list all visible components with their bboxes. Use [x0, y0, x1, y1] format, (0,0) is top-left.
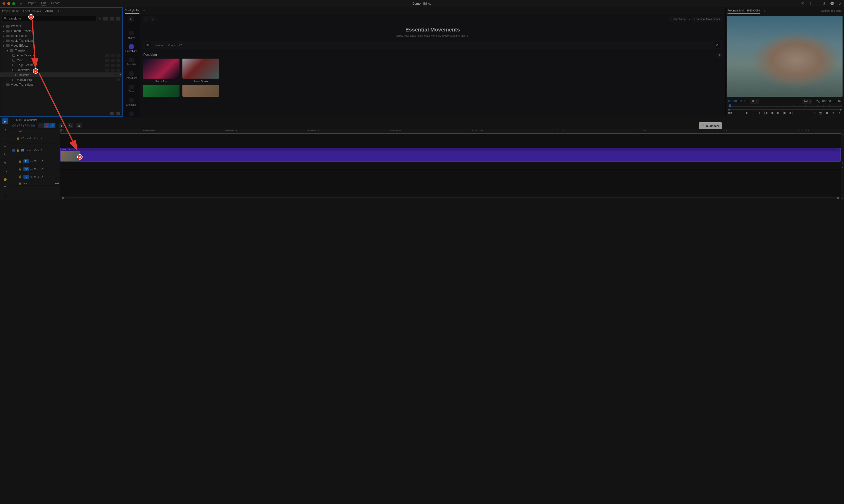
- tl-captions-icon[interactable]: cc: [76, 123, 82, 128]
- timeline-zoom-handle-right[interactable]: [837, 197, 839, 199]
- tl-nest-toggle[interactable]: ⬚: [38, 123, 44, 128]
- step-back-icon[interactable]: ◀|: [770, 111, 774, 115]
- mix-collapse-icon[interactable]: ▶◀: [55, 182, 59, 184]
- solo-icon[interactable]: S: [37, 176, 39, 178]
- add-marker-icon[interactable]: ◆: [745, 111, 749, 115]
- go-to-in-icon[interactable]: |◀: [764, 111, 768, 115]
- quick-export-icon[interactable]: ⇱: [802, 2, 805, 6]
- mix-value[interactable]: 0.0: [29, 182, 32, 184]
- tool-selection[interactable]: ▶: [2, 119, 8, 124]
- track-eye-icon[interactable]: 👁: [29, 137, 32, 140]
- plugin-tab[interactable]: Spotlight FX: [125, 7, 139, 14]
- clear-search-icon[interactable]: ×: [99, 17, 101, 20]
- zoom-track[interactable]: [730, 109, 840, 110]
- sequence-tab[interactable]: Main_1920x1080: [16, 118, 37, 121]
- tree-folder-transform[interactable]: ▾Transform: [0, 48, 122, 53]
- program-timecode-in[interactable]: 00:00:00:00: [728, 100, 747, 103]
- track-v-zoom-handle[interactable]: [842, 133, 843, 135]
- track-toggle-icon[interactable]: ▭: [30, 176, 33, 178]
- voice-icon[interactable]: 🎤: [40, 160, 43, 163]
- timeline-zoom-handle-left[interactable]: [62, 197, 64, 199]
- tl-linked-toggle[interactable]: 🔗: [50, 123, 55, 128]
- tree-folder-videotrans[interactable]: ▸Video Transitions: [0, 82, 122, 87]
- track-lane-v3[interactable]: [60, 133, 841, 138]
- tree-effect-crop[interactable]: Crop: [0, 58, 122, 63]
- program-monitor-viewport[interactable]: [727, 16, 843, 97]
- tree-folder-audiotrans[interactable]: ▸Audio Transitions: [0, 38, 122, 43]
- mute-icon[interactable]: M: [34, 168, 36, 170]
- comparison-icon[interactable]: ▣: [825, 111, 829, 115]
- marker-dropdown-icon[interactable]: ▦▾: [728, 111, 732, 115]
- timeline-playhead-tc[interactable]: 00:00:00:00: [12, 124, 35, 128]
- workspace-menu-icon[interactable]: ≡: [816, 2, 818, 6]
- tool-hand[interactable]: ✋: [2, 177, 8, 182]
- lock-icon[interactable]: 🔒: [16, 137, 20, 140]
- preset-type-icon[interactable]: [116, 17, 120, 20]
- plugin-filter-position[interactable]: Position: [155, 44, 164, 47]
- breadcrumb-item[interactable]: Collections: [669, 17, 687, 21]
- track-toggle-icon[interactable]: ▭: [30, 160, 33, 163]
- window-minimize-icon[interactable]: [7, 2, 10, 5]
- plugin-preset-card[interactable]: [182, 85, 219, 97]
- track-toggle-icon[interactable]: ▭: [30, 168, 33, 170]
- home-icon[interactable]: ⌂: [20, 2, 22, 6]
- track-target-a1[interactable]: A1: [23, 159, 29, 163]
- delete-icon[interactable]: [117, 112, 120, 115]
- tl-snap-toggle[interactable]: 🧲: [44, 123, 50, 128]
- timeline-clip[interactable]: Video 01 fx: [60, 148, 841, 162]
- track-v-zoom-handle[interactable]: [842, 197, 843, 199]
- plugin-filter-zoom[interactable]: Zoom: [168, 44, 175, 47]
- program-tab[interactable]: Program: Main_1920x1080: [727, 7, 760, 14]
- export-frame-icon[interactable]: 📷: [819, 111, 823, 115]
- track-eye-icon[interactable]: 👁: [29, 149, 32, 152]
- tab-effects[interactable]: Effects: [45, 8, 53, 14]
- tool-slip[interactable]: ⇆: [2, 151, 8, 158]
- track-lane-a1[interactable]: [60, 162, 841, 169]
- panel-menu-icon[interactable]: ≡: [58, 8, 59, 14]
- workspace-tab-export[interactable]: Export: [51, 1, 59, 6]
- track-target-a2[interactable]: A2: [23, 167, 29, 171]
- lock-icon[interactable]: 🔒: [19, 160, 22, 163]
- track-lane-a3[interactable]: [60, 177, 841, 185]
- share-icon[interactable]: ⇪: [809, 2, 812, 6]
- fullscreen-icon[interactable]: ⤢: [839, 2, 842, 6]
- plugin-nav-texts[interactable]: Texts: [123, 82, 140, 95]
- plugin-forward-icon[interactable]: ›: [150, 16, 156, 22]
- program-zoom-select[interactable]: Fit: [750, 99, 758, 104]
- plugin-filter-more[interactable]: +2: [179, 44, 182, 47]
- tool-razor[interactable]: ✂: [2, 143, 8, 149]
- new-bin-icon[interactable]: [110, 112, 113, 115]
- window-close-icon[interactable]: [2, 2, 5, 5]
- track-lane-a2[interactable]: [60, 169, 841, 177]
- track-v-zoom-handle[interactable]: [842, 166, 843, 168]
- tree-effect-auto-reframe[interactable]: Auto Reframe: [0, 53, 122, 58]
- tool-rectangle[interactable]: ▭: [2, 168, 8, 174]
- tab-effect-controls[interactable]: Effect Controls: [23, 8, 41, 14]
- tool-ripple[interactable]: ↔: [2, 135, 8, 141]
- track-label[interactable]: V3: [19, 130, 21, 132]
- workspace-tab-import[interactable]: Import: [28, 1, 36, 6]
- track-lane-v2[interactable]: [60, 138, 841, 148]
- tree-effect-edge-feather[interactable]: Edge Feather: [0, 63, 122, 68]
- go-to-out-icon[interactable]: ▶|: [789, 111, 793, 115]
- mark-out-icon[interactable]: }: [758, 111, 761, 115]
- plugin-customize-button[interactable]: ⚡ Customize: [699, 122, 722, 129]
- tl-marker-icon[interactable]: ◆: [59, 123, 64, 128]
- lock-icon[interactable]: 🔒: [19, 167, 22, 170]
- track-target-v2[interactable]: V2: [21, 137, 24, 140]
- zoom-handle-left[interactable]: [728, 109, 730, 111]
- program-resolution-select[interactable]: Full: [802, 99, 812, 104]
- plugin-nav-elements[interactable]: Elements: [123, 96, 140, 109]
- gpu-icon[interactable]: ⚗: [823, 2, 826, 6]
- track-v-zoom-handle[interactable]: [842, 162, 843, 164]
- plugin-back-icon[interactable]: ‹: [143, 16, 149, 22]
- extract-icon[interactable]: ⬚: [812, 111, 816, 115]
- lift-icon[interactable]: ⬚: [806, 111, 810, 115]
- workspace-tab-edit[interactable]: Edit: [41, 1, 46, 6]
- voice-icon[interactable]: 🎤: [40, 168, 43, 170]
- play-icon[interactable]: ▶: [777, 111, 780, 115]
- window-maximize-icon[interactable]: [12, 2, 15, 5]
- timeline-ruler[interactable]: :00:00 00:00:00:05 00:00:00:10 00:00:00:…: [60, 129, 841, 133]
- program-scrubber[interactable]: [728, 105, 842, 108]
- settings-icon[interactable]: 🔧: [816, 100, 820, 103]
